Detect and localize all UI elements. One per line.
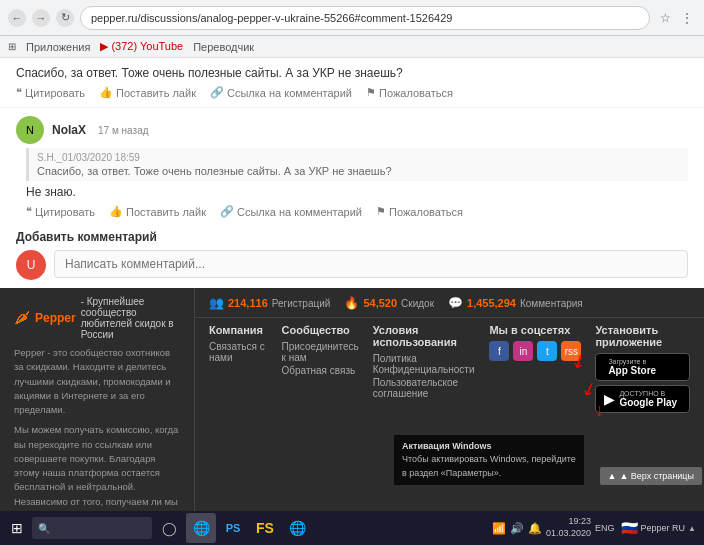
privacy-link[interactable]: ПолитикаКонфиденциальности	[373, 353, 476, 375]
search-icon: 🔍	[38, 523, 50, 534]
quote-text: Спасибо, за ответ. Тоже очень полезные с…	[37, 165, 680, 177]
footer-brand-desc: Pepper - это сообщество охотников за ски…	[14, 346, 180, 417]
browser-chrome: ← → ↻ ☆ ⋮	[0, 0, 704, 36]
registrations-stat: 👥 214,116 Регистраций	[209, 296, 330, 310]
nolax-quote: S.H._01/03/2020 18:59 Спасибо, за ответ.…	[26, 148, 688, 181]
taskbar-cortana[interactable]: ◯	[154, 513, 184, 543]
like-action-1[interactable]: 👍Поставить лайк	[99, 86, 196, 99]
date-label: 01.03.2020	[546, 528, 591, 540]
chevron-up-icon: ▲	[608, 471, 617, 481]
pepper-brand-name: Pepper	[35, 311, 76, 325]
social-col-title: Мы в соцсетях	[489, 324, 581, 336]
add-comment-wrapper: U	[16, 250, 688, 280]
chevron-up-taskbar: ▲	[688, 524, 696, 533]
footer-col-company: Компания Связаться с нами	[209, 324, 268, 417]
rss-icon[interactable]: rss	[561, 341, 581, 361]
activation-title: Активация Windows	[402, 440, 576, 454]
app-store-main: App Store	[608, 365, 656, 376]
apps-icon: ⊞	[8, 41, 16, 52]
activation-text: Чтобы активировать Windows, перейдите в …	[402, 453, 576, 480]
link-action-2[interactable]: 🔗Ссылка на комментарий	[220, 205, 362, 218]
google-play-text: ДОСТУПНО В Google Play	[619, 390, 677, 408]
menu-icon[interactable]: ⋮	[678, 9, 696, 27]
comments-stat: 💬 1,455,294 Комментария	[448, 296, 583, 310]
app-store-text: Загрузите в App Store	[608, 358, 656, 376]
browser-icons: ☆ ⋮	[656, 9, 696, 27]
time-label: 19:23	[546, 516, 591, 528]
footer-left: 🌶 Pepper - Крупнейшее сообщество любител…	[0, 288, 195, 511]
back-to-top-button[interactable]: ▲ ▲ Верх страницы	[600, 467, 703, 485]
fire-icon: 🔥	[344, 296, 359, 310]
google-play-icon: ▶	[604, 391, 615, 407]
taskbar-search[interactable]: 🔍	[32, 517, 152, 539]
add-comment-section: Добавить комментарий U	[0, 222, 704, 288]
instagram-icon[interactable]: in	[513, 341, 533, 361]
youtube-label[interactable]: ▶ (372) YouTube	[100, 40, 183, 53]
quote-action-2[interactable]: ❝Цитировать	[26, 205, 95, 218]
back-button[interactable]: ←	[8, 9, 26, 27]
taskbar-chrome[interactable]: 🌐	[186, 513, 216, 543]
pepper-brand-row: 🌶 Pepper - Крупнейшее сообщество любител…	[14, 296, 180, 340]
user-avatar-input: U	[16, 250, 46, 280]
feedback-link[interactable]: Обратная связь	[282, 365, 359, 376]
people-icon: 👥	[209, 296, 224, 310]
comment-input[interactable]	[54, 250, 688, 278]
terms-link[interactable]: Пользовательское соглашение	[373, 377, 476, 399]
deals-label: Скидок	[401, 298, 434, 309]
deals-stat: 🔥 54,520 Скидок	[344, 296, 434, 310]
nolax-comment-block: N NolaX 17 м назад S.H._01/03/2020 18:59…	[0, 108, 704, 222]
twitter-icon[interactable]: t	[537, 341, 557, 361]
footer-full-desc: Мы можем получать комиссию, когда вы пер…	[14, 423, 180, 511]
footer-col-social: Мы в соцсетях f in t rss	[489, 324, 581, 417]
comment-actions-1: ❝Цитировать 👍Поставить лайк 🔗Ссылка на к…	[16, 86, 688, 99]
comments-label: Комментария	[520, 298, 583, 309]
apps-label: Приложения	[26, 41, 90, 53]
start-button[interactable]: ⊞	[4, 515, 30, 541]
russia-flag: 🇷🇺	[621, 520, 638, 536]
taskbar-photoshop[interactable]: PS	[218, 513, 248, 543]
footer-stats-row: 👥 214,116 Регистраций 🔥 54,520 Скидок 💬 …	[195, 288, 704, 318]
notification-icon[interactable]: 🔔	[528, 522, 542, 535]
facebook-icon[interactable]: f	[489, 341, 509, 361]
forward-button[interactable]: →	[32, 9, 50, 27]
community-col-title: Сообщество	[282, 324, 359, 336]
site-footer: 🌶 Pepper - Крупнейшее сообщество любител…	[0, 288, 704, 511]
add-comment-title: Добавить комментарий	[16, 230, 688, 244]
taskbar-another[interactable]: 🌐	[282, 513, 312, 543]
social-icons-row: f in t rss	[489, 341, 581, 361]
google-play-sub: ДОСТУПНО В	[619, 390, 677, 397]
footer-col-community: Сообщество Присоединитесь к нам Обратная…	[282, 324, 359, 417]
pepper-locale-button[interactable]: 🇷🇺 Pepper RU ▲	[617, 520, 700, 536]
app-store-button[interactable]: Загрузите в App Store	[595, 353, 690, 381]
pepper-flame-icon: 🌶	[14, 309, 30, 327]
taskbar-files[interactable]: FS	[250, 513, 280, 543]
company-col-title: Компания	[209, 324, 268, 336]
volume-icon[interactable]: 🔊	[510, 522, 524, 535]
comment-block-1: Спасибо, за ответ. Тоже очень полезные с…	[0, 58, 704, 108]
taskbar-time-display[interactable]: 19:23 01.03.2020	[546, 516, 591, 539]
footer-main-content: 🌶 Pepper - Крупнейшее сообщество любител…	[0, 288, 704, 511]
registrations-label: Регистраций	[272, 298, 331, 309]
quote-author: S.H._01/03/2020 18:59	[37, 152, 680, 163]
content-area: Спасибо, за ответ. Тоже очень полезные с…	[0, 58, 704, 511]
translate-label[interactable]: Переводчик	[193, 41, 254, 53]
app-store-sub: Загрузите в	[608, 358, 656, 365]
quote-action-1[interactable]: ❝Цитировать	[16, 86, 85, 99]
google-play-button[interactable]: ▶ ДОСТУПНО В Google Play	[595, 385, 690, 413]
contact-link[interactable]: Связаться с нами	[209, 341, 268, 363]
toolbar-row: ⊞ Приложения ▶ (372) YouTube Переводчик	[0, 36, 704, 58]
refresh-button[interactable]: ↻	[56, 9, 74, 27]
google-play-main: Google Play	[619, 397, 677, 408]
star-icon[interactable]: ☆	[656, 9, 674, 27]
join-link[interactable]: Присоединитесь к нам	[282, 341, 359, 363]
nolax-avatar: N	[16, 116, 44, 144]
link-action-1[interactable]: 🔗Ссылка на комментарий	[210, 86, 352, 99]
report-action-2[interactable]: ⚑Пожаловаться	[376, 205, 463, 218]
report-action-1[interactable]: ⚑Пожаловаться	[366, 86, 453, 99]
network-icon[interactable]: 📶	[492, 522, 506, 535]
url-bar[interactable]	[80, 6, 650, 30]
deals-num: 54,520	[363, 297, 397, 309]
like-action-2[interactable]: 👍Поставить лайк	[109, 205, 206, 218]
nolax-user-row: N NolaX 17 м назад	[16, 116, 688, 144]
taskbar: ⊞ 🔍 ◯ 🌐 PS FS 🌐 📶 🔊 🔔 19:23 01.03.2020 E…	[0, 511, 704, 545]
